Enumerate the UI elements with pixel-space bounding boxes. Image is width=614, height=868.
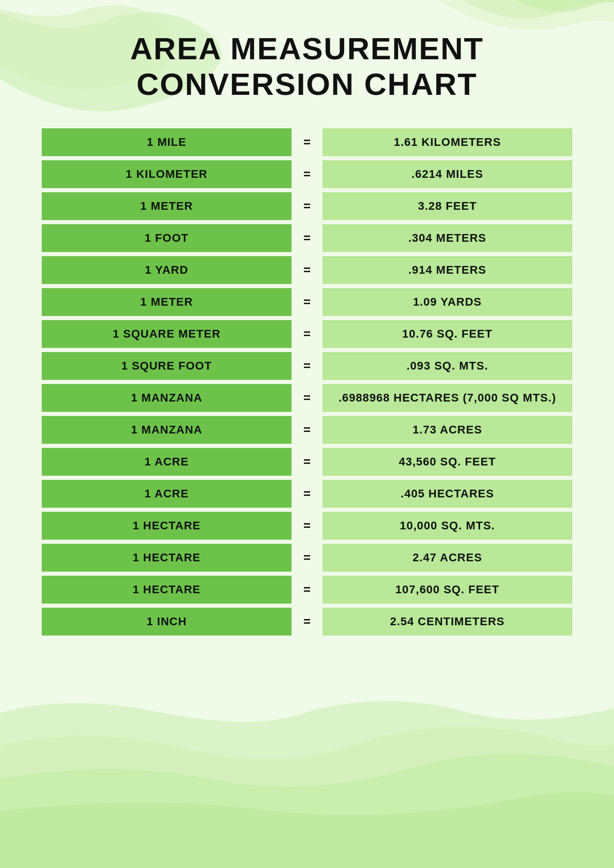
cell-from: 1 MILE [42,128,292,156]
cell-equals: = [292,128,322,157]
table-row: 1 HECTARE=2.47 ACRES [42,543,572,572]
table-row: 1 KILOMETER=.6214 MILES [42,160,572,189]
cell-to: 3.28 FEET [322,192,572,220]
cell-to: 107,600 SQ. FEET [322,576,572,604]
cell-from: 1 ACRE [42,448,292,476]
cell-to: 1.73 ACRES [322,416,572,444]
conversion-table: 1 MILE=1.61 KILOMETERS1 KILOMETER=.6214 … [42,128,572,639]
cell-to: 10.76 SQ. FEET [322,320,572,348]
cell-from: 1 KILOMETER [42,160,292,188]
cell-from: 1 METER [42,288,292,316]
cell-equals: = [292,160,322,189]
cell-equals: = [292,607,322,636]
table-row: 1 METER=1.09 YARDS [42,288,572,316]
table-row: 1 HECTARE=107,600 SQ. FEET [42,575,572,604]
cell-equals: = [292,447,322,476]
cell-to: .6214 MILES [322,160,572,188]
table-row: 1 ACRE=43,560 SQ. FEET [42,447,572,476]
cell-equals: = [292,320,322,348]
cell-equals: = [292,192,322,221]
cell-from: 1 YARD [42,256,292,284]
cell-equals: = [292,575,322,604]
cell-from: 1 HECTARE [42,512,292,540]
table-row: 1 ACRE=.405 HECTARES [42,479,572,508]
table-row: 1 SQUARE METER=10.76 SQ. FEET [42,320,572,348]
cell-from: 1 FOOT [42,224,292,252]
cell-equals: = [292,511,322,540]
cell-from: 1 MANZANA [42,416,292,444]
cell-from: 1 SQURE FOOT [42,352,292,380]
cell-to: 2.54 CENTIMETERS [322,608,572,636]
cell-equals: = [292,543,322,572]
cell-equals: = [292,383,322,412]
cell-to: .405 HECTARES [322,480,572,508]
cell-from: 1 METER [42,192,292,220]
cell-to: .304 METERS [322,224,572,252]
cell-equals: = [292,415,322,444]
table-row: 1 HECTARE=10,000 SQ. MTS. [42,511,572,540]
page-title: AREA MEASUREMENT CONVERSION CHART [130,31,484,102]
cell-from: 1 INCH [42,608,292,636]
cell-to: 10,000 SQ. MTS. [322,512,572,540]
cell-equals: = [292,224,322,253]
table-row: 1 MANZANA=.6988968 HECTARES (7,000 SQ MT… [42,383,572,412]
cell-from: 1 SQUARE METER [42,320,292,348]
cell-to: .914 METERS [322,256,572,284]
table-row: 1 MANZANA=1.73 ACRES [42,415,572,444]
cell-to: 1.61 KILOMETERS [322,128,572,156]
cell-equals: = [292,479,322,508]
table-row: 1 SQURE FOOT=.093 SQ. MTS. [42,352,572,380]
cell-to: 43,560 SQ. FEET [322,448,572,476]
cell-to: .093 SQ. MTS. [322,352,572,380]
table-row: 1 METER=3.28 FEET [42,192,572,221]
table-row: 1 MILE=1.61 KILOMETERS [42,128,572,157]
cell-equals: = [292,352,322,380]
cell-to: 2.47 ACRES [322,544,572,572]
cell-to: .6988968 HECTARES (7,000 SQ MTS.) [322,384,572,412]
table-row: 1 YARD=.914 METERS [42,256,572,285]
cell-to: 1.09 YARDS [322,288,572,316]
table-row: 1 FOOT=.304 METERS [42,224,572,253]
table-row: 1 INCH=2.54 CENTIMETERS [42,607,572,636]
cell-equals: = [292,288,322,316]
cell-from: 1 MANZANA [42,384,292,412]
cell-from: 1 ACRE [42,480,292,508]
cell-from: 1 HECTARE [42,544,292,572]
cell-equals: = [292,256,322,285]
cell-from: 1 HECTARE [42,576,292,604]
